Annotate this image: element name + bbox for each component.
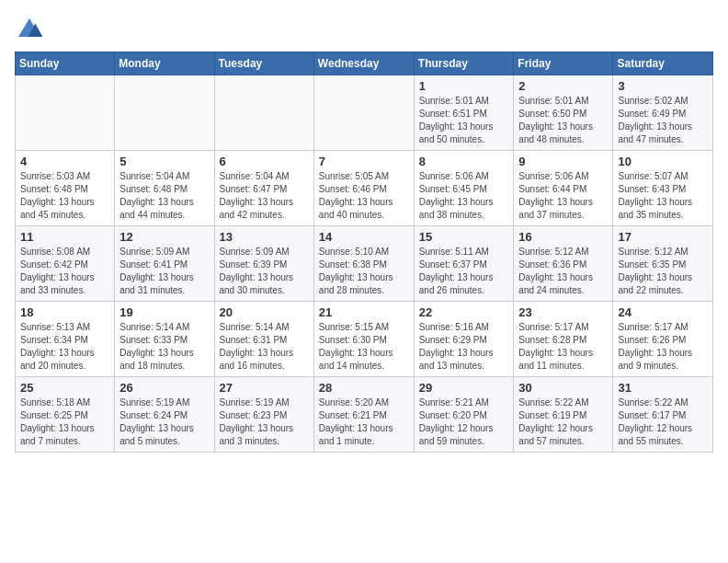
day-cell: 20Sunrise: 5:14 AM Sunset: 6:31 PM Dayli…	[214, 302, 313, 377]
calendar-table: SundayMondayTuesdayWednesdayThursdayFrid…	[15, 52, 713, 453]
day-number: 15	[419, 230, 509, 244]
day-cell: 15Sunrise: 5:11 AM Sunset: 6:37 PM Dayli…	[414, 226, 514, 302]
day-info: Sunrise: 5:06 AM Sunset: 6:44 PM Dayligh…	[518, 170, 608, 222]
day-cell: 30Sunrise: 5:22 AM Sunset: 6:19 PM Dayli…	[514, 377, 613, 453]
day-info: Sunrise: 5:07 AM Sunset: 6:43 PM Dayligh…	[618, 170, 708, 222]
header-row: SundayMondayTuesdayWednesdayThursdayFrid…	[16, 52, 713, 75]
header-cell-friday: Friday	[514, 52, 613, 75]
header-cell-tuesday: Tuesday	[214, 52, 313, 75]
day-info: Sunrise: 5:10 AM Sunset: 6:38 PM Dayligh…	[319, 246, 409, 297]
day-info: Sunrise: 5:08 AM Sunset: 6:42 PM Dayligh…	[20, 246, 109, 297]
day-info: Sunrise: 5:15 AM Sunset: 6:30 PM Dayligh…	[319, 321, 409, 373]
logo	[15, 15, 48, 44]
day-number: 13	[220, 230, 309, 244]
day-cell: 2Sunrise: 5:01 AM Sunset: 6:50 PM Daylig…	[514, 75, 613, 151]
day-cell: 24Sunrise: 5:17 AM Sunset: 6:26 PM Dayli…	[613, 302, 713, 377]
day-number: 6	[220, 155, 309, 168]
day-number: 5	[119, 155, 209, 168]
day-info: Sunrise: 5:09 AM Sunset: 6:41 PM Dayligh…	[119, 246, 209, 297]
day-cell: 28Sunrise: 5:20 AM Sunset: 6:21 PM Dayli…	[313, 377, 414, 453]
header-cell-thursday: Thursday	[414, 52, 514, 75]
day-number: 22	[419, 305, 509, 319]
page-header	[15, 15, 713, 44]
day-number: 17	[618, 230, 708, 244]
day-number: 14	[319, 230, 409, 244]
day-info: Sunrise: 5:18 AM Sunset: 6:25 PM Dayligh…	[20, 396, 109, 448]
day-cell: 18Sunrise: 5:13 AM Sunset: 6:34 PM Dayli…	[16, 302, 115, 377]
day-number: 12	[119, 230, 209, 244]
day-info: Sunrise: 5:03 AM Sunset: 6:48 PM Dayligh…	[20, 170, 109, 222]
day-info: Sunrise: 5:22 AM Sunset: 6:19 PM Dayligh…	[518, 396, 608, 448]
day-number: 8	[419, 155, 509, 168]
day-info: Sunrise: 5:01 AM Sunset: 6:50 PM Dayligh…	[518, 95, 608, 146]
day-info: Sunrise: 5:13 AM Sunset: 6:34 PM Dayligh…	[20, 321, 109, 373]
logo-icon	[15, 15, 44, 44]
day-cell: 31Sunrise: 5:22 AM Sunset: 6:17 PM Dayli…	[613, 377, 713, 453]
day-number: 16	[518, 230, 608, 244]
header-cell-saturday: Saturday	[613, 52, 713, 75]
day-info: Sunrise: 5:14 AM Sunset: 6:33 PM Dayligh…	[119, 321, 209, 373]
day-cell: 21Sunrise: 5:15 AM Sunset: 6:30 PM Dayli…	[313, 302, 414, 377]
day-number: 20	[220, 305, 309, 319]
day-cell: 5Sunrise: 5:04 AM Sunset: 6:48 PM Daylig…	[115, 151, 214, 226]
day-cell	[115, 75, 214, 151]
day-info: Sunrise: 5:05 AM Sunset: 6:46 PM Dayligh…	[319, 170, 409, 222]
header-cell-sunday: Sunday	[16, 52, 115, 75]
day-cell: 17Sunrise: 5:12 AM Sunset: 6:35 PM Dayli…	[613, 226, 713, 302]
day-number: 9	[518, 155, 608, 168]
day-number: 19	[119, 305, 209, 319]
day-cell	[214, 75, 313, 151]
day-number: 1	[419, 79, 509, 93]
week-row-5: 25Sunrise: 5:18 AM Sunset: 6:25 PM Dayli…	[16, 377, 713, 453]
day-number: 24	[618, 305, 708, 319]
day-cell	[313, 75, 414, 151]
week-row-2: 4Sunrise: 5:03 AM Sunset: 6:48 PM Daylig…	[16, 151, 713, 226]
day-number: 10	[618, 155, 708, 168]
day-info: Sunrise: 5:19 AM Sunset: 6:24 PM Dayligh…	[119, 396, 209, 448]
day-cell: 25Sunrise: 5:18 AM Sunset: 6:25 PM Dayli…	[16, 377, 115, 453]
day-info: Sunrise: 5:17 AM Sunset: 6:28 PM Dayligh…	[518, 321, 608, 373]
day-cell: 12Sunrise: 5:09 AM Sunset: 6:41 PM Dayli…	[115, 226, 214, 302]
day-info: Sunrise: 5:12 AM Sunset: 6:36 PM Dayligh…	[518, 246, 608, 297]
day-info: Sunrise: 5:04 AM Sunset: 6:47 PM Dayligh…	[220, 170, 309, 222]
day-number: 30	[518, 381, 608, 395]
day-info: Sunrise: 5:06 AM Sunset: 6:45 PM Dayligh…	[419, 170, 509, 222]
day-cell: 26Sunrise: 5:19 AM Sunset: 6:24 PM Dayli…	[115, 377, 214, 453]
day-cell: 14Sunrise: 5:10 AM Sunset: 6:38 PM Dayli…	[313, 226, 414, 302]
week-row-4: 18Sunrise: 5:13 AM Sunset: 6:34 PM Dayli…	[16, 302, 713, 377]
day-number: 4	[20, 155, 109, 168]
day-number: 25	[20, 381, 109, 395]
day-cell: 9Sunrise: 5:06 AM Sunset: 6:44 PM Daylig…	[514, 151, 613, 226]
day-info: Sunrise: 5:01 AM Sunset: 6:51 PM Dayligh…	[419, 95, 509, 146]
day-number: 28	[319, 381, 409, 395]
day-cell: 23Sunrise: 5:17 AM Sunset: 6:28 PM Dayli…	[514, 302, 613, 377]
day-cell: 10Sunrise: 5:07 AM Sunset: 6:43 PM Dayli…	[613, 151, 713, 226]
calendar-body: 1Sunrise: 5:01 AM Sunset: 6:51 PM Daylig…	[16, 75, 713, 453]
day-cell: 29Sunrise: 5:21 AM Sunset: 6:20 PM Dayli…	[414, 377, 514, 453]
day-info: Sunrise: 5:21 AM Sunset: 6:20 PM Dayligh…	[419, 396, 509, 448]
day-number: 11	[20, 230, 109, 244]
day-info: Sunrise: 5:02 AM Sunset: 6:49 PM Dayligh…	[618, 95, 708, 146]
header-cell-wednesday: Wednesday	[313, 52, 414, 75]
day-number: 27	[220, 381, 309, 395]
day-cell: 13Sunrise: 5:09 AM Sunset: 6:39 PM Dayli…	[214, 226, 313, 302]
week-row-3: 11Sunrise: 5:08 AM Sunset: 6:42 PM Dayli…	[16, 226, 713, 302]
day-number: 23	[518, 305, 608, 319]
week-row-1: 1Sunrise: 5:01 AM Sunset: 6:51 PM Daylig…	[16, 75, 713, 151]
day-info: Sunrise: 5:19 AM Sunset: 6:23 PM Dayligh…	[220, 396, 309, 448]
day-cell: 22Sunrise: 5:16 AM Sunset: 6:29 PM Dayli…	[414, 302, 514, 377]
day-cell: 4Sunrise: 5:03 AM Sunset: 6:48 PM Daylig…	[16, 151, 115, 226]
day-number: 31	[618, 381, 708, 395]
day-info: Sunrise: 5:22 AM Sunset: 6:17 PM Dayligh…	[618, 396, 708, 448]
day-info: Sunrise: 5:12 AM Sunset: 6:35 PM Dayligh…	[618, 246, 708, 297]
day-cell: 16Sunrise: 5:12 AM Sunset: 6:36 PM Dayli…	[514, 226, 613, 302]
day-info: Sunrise: 5:04 AM Sunset: 6:48 PM Dayligh…	[119, 170, 209, 222]
day-cell: 7Sunrise: 5:05 AM Sunset: 6:46 PM Daylig…	[313, 151, 414, 226]
day-info: Sunrise: 5:17 AM Sunset: 6:26 PM Dayligh…	[618, 321, 708, 373]
day-number: 21	[319, 305, 409, 319]
day-cell: 3Sunrise: 5:02 AM Sunset: 6:49 PM Daylig…	[613, 75, 713, 151]
day-number: 3	[618, 79, 708, 93]
day-cell: 27Sunrise: 5:19 AM Sunset: 6:23 PM Dayli…	[214, 377, 313, 453]
day-info: Sunrise: 5:14 AM Sunset: 6:31 PM Dayligh…	[220, 321, 309, 373]
day-info: Sunrise: 5:11 AM Sunset: 6:37 PM Dayligh…	[419, 246, 509, 297]
